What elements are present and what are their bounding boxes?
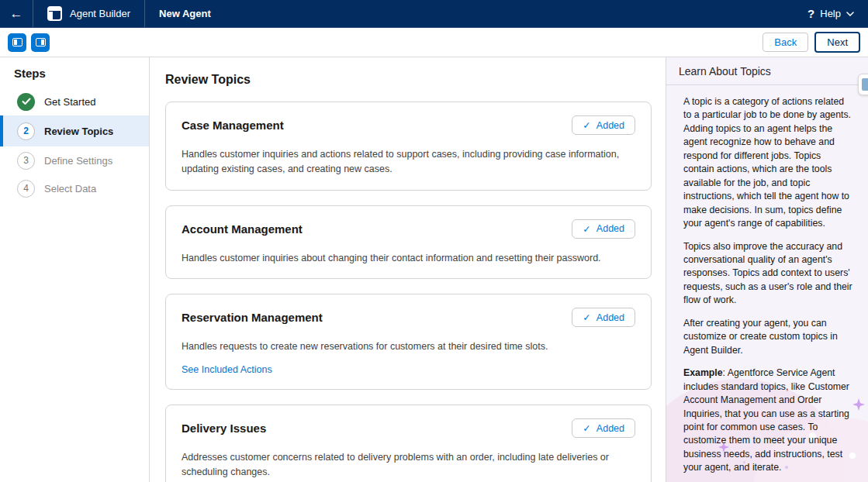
added-label: Added <box>597 223 624 234</box>
step-review-topics[interactable]: 2 Review Topics <box>0 115 149 146</box>
help-paragraph: A topic is a category of actions related… <box>683 95 852 231</box>
step-number: 3 <box>17 152 35 170</box>
topic-description: Addresses customer concerns related to d… <box>182 450 635 480</box>
added-button[interactable]: ✓ Added <box>572 308 635 327</box>
topic-card-reservation-management: Reservation Management ✓ Added Handles r… <box>165 294 652 390</box>
next-button[interactable]: Next <box>814 32 860 53</box>
step-label: Select Data <box>44 183 96 195</box>
topic-card-case-management: Case Management ✓ Added Handles customer… <box>165 102 652 191</box>
app-name: Agent Builder <box>70 8 130 19</box>
page-title: New Agent <box>145 8 225 19</box>
topic-card-delivery-issues: Delivery Issues ✓ Added Addresses custom… <box>165 405 652 482</box>
left-panel-icon <box>12 38 22 46</box>
help-label: Help <box>820 8 841 19</box>
added-button[interactable]: ✓ Added <box>572 418 635 438</box>
help-menu[interactable]: ? Help <box>807 7 868 20</box>
added-label: Added <box>597 120 624 131</box>
added-label: Added <box>597 423 624 434</box>
steps-sidebar: Steps Get Started 2 Review Topics 3 Defi… <box>0 57 150 482</box>
topic-description: Handles customer inquiries and actions r… <box>182 147 635 177</box>
step-label: Get Started <box>44 96 95 108</box>
topic-card-account-management: Account Management ✓ Added Handles custo… <box>165 205 652 280</box>
toggle-right-panel-button[interactable] <box>31 33 50 52</box>
app-brand: Agent Builder <box>33 0 144 27</box>
example-body: : Agentforce Service Agent includes stan… <box>683 367 849 473</box>
check-icon: ✓ <box>583 119 590 131</box>
step-define-settings[interactable]: 3 Define Settings <box>0 146 149 174</box>
topic-name: Case Management <box>182 119 284 132</box>
agent-builder-icon <box>47 6 62 21</box>
example-lead: Example <box>683 367 723 378</box>
added-label: Added <box>597 312 624 323</box>
topic-name: Reservation Management <box>182 311 323 324</box>
step-complete-icon <box>17 93 35 111</box>
check-icon: ✓ <box>583 312 590 323</box>
step-get-started[interactable]: Get Started <box>0 88 149 115</box>
review-topics-panel: Review Topics Case Management ✓ Added Ha… <box>150 57 666 482</box>
added-button[interactable]: ✓ Added <box>572 115 635 135</box>
help-paragraph-example: Example: Agentforce Service Agent includ… <box>683 367 852 475</box>
help-paragraph: After creating your agent, you can custo… <box>683 317 852 357</box>
check-icon: ✓ <box>583 223 590 235</box>
back-button[interactable]: Back <box>763 33 808 52</box>
step-label: Define Settings <box>44 155 112 167</box>
topic-name: Delivery Issues <box>182 422 266 435</box>
toggle-left-panel-button[interactable] <box>8 33 26 52</box>
step-select-data[interactable]: 4 Select Data <box>0 174 149 202</box>
learn-about-topics-panel: Learn About Topics A topic is a category… <box>666 57 868 482</box>
chevron-down-icon <box>846 12 854 16</box>
topic-description: Handles requests to create new reservati… <box>182 339 635 354</box>
step-number: 4 <box>17 180 35 198</box>
help-panel-body: A topic is a category of actions related… <box>666 85 868 482</box>
back-arrow-icon[interactable]: ← <box>0 0 33 27</box>
topic-name: Account Management <box>182 222 303 236</box>
help-panel-title: Learn About Topics <box>666 57 868 85</box>
help-icon: ? <box>807 7 814 20</box>
right-panel-icon <box>36 38 46 46</box>
toolbar: Back Next <box>0 28 868 57</box>
added-button[interactable]: ✓ Added <box>572 219 635 239</box>
step-label: Review Topics <box>44 126 113 137</box>
section-title: Review Topics <box>165 73 652 87</box>
check-icon <box>22 98 31 105</box>
top-navbar: ← Agent Builder New Agent ? Help <box>0 0 868 28</box>
see-included-actions-link[interactable]: See Included Actions <box>182 364 272 375</box>
topic-description: Handles customer inquiries about changin… <box>182 251 635 266</box>
panel-collapse-handle[interactable] <box>858 74 868 95</box>
check-icon: ✓ <box>583 422 590 434</box>
collapse-panel-icon <box>862 78 868 91</box>
steps-heading: Steps <box>14 67 149 80</box>
help-paragraph: Topics also improve the accuracy and con… <box>683 240 852 308</box>
step-number: 2 <box>17 122 35 140</box>
